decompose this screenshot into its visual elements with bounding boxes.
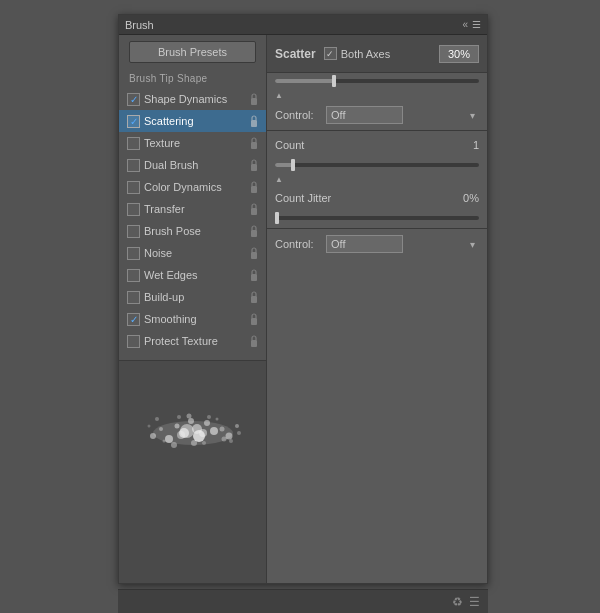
count-slider-thumb[interactable] bbox=[291, 159, 295, 171]
texture-checkbox[interactable] bbox=[127, 137, 140, 150]
count-slider-track[interactable] bbox=[275, 163, 479, 167]
color-dynamics-lock-icon bbox=[248, 180, 260, 194]
sidebar-item-texture[interactable]: Texture bbox=[119, 132, 266, 154]
scatter-slider-thumb[interactable] bbox=[332, 75, 336, 87]
sidebar-item-build-up[interactable]: Build-up bbox=[119, 286, 266, 308]
transfer-checkbox[interactable] bbox=[127, 203, 140, 216]
svg-point-35 bbox=[222, 437, 227, 442]
brush-tip-shape-header: Brush Tip Shape bbox=[119, 71, 266, 88]
scattering-label: Scattering bbox=[144, 115, 244, 127]
svg-rect-7 bbox=[251, 252, 257, 259]
both-axes-label: Both Axes bbox=[341, 48, 391, 60]
count-value: 1 bbox=[449, 139, 479, 151]
scattering-checkbox[interactable]: ✓ bbox=[127, 115, 140, 128]
recycle-icon[interactable]: ♻ bbox=[452, 595, 463, 609]
smoothing-checkbox[interactable]: ✓ bbox=[127, 313, 140, 326]
sidebar-item-protect-texture[interactable]: Protect Texture bbox=[119, 330, 266, 352]
svg-point-34 bbox=[207, 415, 211, 419]
control2-label: Control: bbox=[275, 238, 320, 250]
sidebar-item-shape-dynamics[interactable]: ✓ Shape Dynamics bbox=[119, 88, 266, 110]
count-jitter-slider-track[interactable] bbox=[275, 216, 479, 220]
sidebar-item-smoothing[interactable]: ✓ Smoothing bbox=[119, 308, 266, 330]
noise-label: Noise bbox=[144, 247, 244, 259]
brush-pose-label: Brush Pose bbox=[144, 225, 244, 237]
panel-menu-icon[interactable]: ☰ bbox=[472, 19, 481, 30]
svg-point-25 bbox=[155, 417, 159, 421]
dual-brush-checkbox[interactable] bbox=[127, 159, 140, 172]
sidebar-item-transfer[interactable]: Transfer bbox=[119, 198, 266, 220]
sidebar-item-brush-pose[interactable]: Brush Pose bbox=[119, 220, 266, 242]
protect-texture-checkbox[interactable] bbox=[127, 335, 140, 348]
svg-rect-4 bbox=[251, 186, 257, 193]
transfer-label: Transfer bbox=[144, 203, 244, 215]
brush-preview-svg bbox=[119, 361, 266, 481]
svg-rect-1 bbox=[251, 120, 257, 127]
texture-label: Texture bbox=[144, 137, 244, 149]
dual-brush-label: Dual Brush bbox=[144, 159, 244, 171]
wet-edges-checkbox[interactable] bbox=[127, 269, 140, 282]
svg-point-27 bbox=[187, 414, 192, 419]
svg-point-16 bbox=[175, 424, 180, 429]
control1-select-wrapper: Off Fade Pen Pressure Pen Tilt Stylus Wh… bbox=[326, 106, 479, 124]
menu-icon[interactable]: ☰ bbox=[469, 595, 480, 609]
title-bar-left: Brush bbox=[125, 19, 154, 31]
scatter-value[interactable]: 30% bbox=[439, 45, 479, 63]
protect-texture-lock-icon bbox=[248, 334, 260, 348]
both-axes-checkbox[interactable]: ✓ bbox=[324, 47, 337, 60]
dual-brush-lock-icon bbox=[248, 158, 260, 172]
sidebar-item-dual-brush[interactable]: Dual Brush bbox=[119, 154, 266, 176]
svg-rect-3 bbox=[251, 164, 257, 171]
count-jitter-value: 0% bbox=[449, 192, 479, 204]
collapse-icon[interactable]: « bbox=[462, 19, 468, 30]
brush-presets-button[interactable]: Brush Presets bbox=[129, 41, 256, 63]
shape-dynamics-lock-icon bbox=[248, 92, 260, 106]
control1-select[interactable]: Off Fade Pen Pressure Pen Tilt Stylus Wh… bbox=[326, 106, 403, 124]
control2-row: Control: Off Fade Pen Pressure Pen Tilt … bbox=[267, 231, 487, 257]
color-dynamics-checkbox[interactable] bbox=[127, 181, 140, 194]
shape-dynamics-label: Shape Dynamics bbox=[144, 93, 244, 105]
sidebar-item-scattering[interactable]: ✓ Scattering bbox=[119, 110, 266, 132]
wet-edges-lock-icon bbox=[248, 268, 260, 282]
scatter-toggle[interactable]: ▲ bbox=[267, 89, 487, 102]
count-jitter-label: Count Jitter bbox=[275, 192, 443, 204]
scatter-slider-row[interactable] bbox=[267, 75, 487, 87]
smoothing-lock-icon bbox=[248, 312, 260, 326]
divider1 bbox=[267, 130, 487, 131]
svg-rect-6 bbox=[251, 230, 257, 237]
scatter-header: Scatter ✓ Both Axes 30% bbox=[267, 35, 487, 73]
svg-point-13 bbox=[150, 433, 156, 439]
scatter-label: Scatter bbox=[275, 47, 316, 61]
svg-point-32 bbox=[177, 415, 181, 419]
noise-checkbox[interactable] bbox=[127, 247, 140, 260]
shape-dynamics-checkbox[interactable]: ✓ bbox=[127, 93, 140, 106]
build-up-checkbox[interactable] bbox=[127, 291, 140, 304]
sidebar-item-color-dynamics[interactable]: Color Dynamics bbox=[119, 176, 266, 198]
sidebar-item-wet-edges[interactable]: Wet Edges bbox=[119, 264, 266, 286]
wet-edges-label: Wet Edges bbox=[144, 269, 244, 281]
svg-point-14 bbox=[159, 427, 163, 431]
transfer-lock-icon bbox=[248, 202, 260, 216]
control2-select[interactable]: Off Fade Pen Pressure Pen Tilt Stylus Wh… bbox=[326, 235, 403, 253]
scatter-slider-track[interactable] bbox=[275, 79, 479, 83]
panel-body: Brush Presets Brush Tip Shape ✓ Shape Dy… bbox=[119, 35, 487, 583]
smoothing-label: Smoothing bbox=[144, 313, 244, 325]
sidebar: Brush Presets Brush Tip Shape ✓ Shape Dy… bbox=[119, 35, 267, 583]
noise-lock-icon bbox=[248, 246, 260, 260]
svg-point-30 bbox=[229, 439, 233, 443]
count-slider-row[interactable] bbox=[267, 159, 487, 171]
svg-point-41 bbox=[199, 429, 207, 437]
svg-point-31 bbox=[163, 440, 166, 443]
brush-panel: Brush « ☰ Brush Presets Brush Tip Shape … bbox=[118, 14, 488, 584]
brush-pose-checkbox[interactable] bbox=[127, 225, 140, 238]
count-jitter-slider-row[interactable] bbox=[267, 212, 487, 224]
svg-point-29 bbox=[216, 418, 219, 421]
count-jitter-slider-thumb[interactable] bbox=[275, 212, 279, 224]
count-jitter-row: Count Jitter 0% bbox=[267, 186, 487, 210]
sidebar-item-noise[interactable]: Noise bbox=[119, 242, 266, 264]
brush-pose-lock-icon bbox=[248, 224, 260, 238]
control1-row: Control: Off Fade Pen Pressure Pen Tilt … bbox=[267, 102, 487, 128]
brush-preview-area bbox=[119, 360, 266, 583]
svg-rect-2 bbox=[251, 142, 257, 149]
control2-select-wrapper: Off Fade Pen Pressure Pen Tilt Stylus Wh… bbox=[326, 235, 479, 253]
count-toggle[interactable]: ▲ bbox=[267, 173, 487, 186]
